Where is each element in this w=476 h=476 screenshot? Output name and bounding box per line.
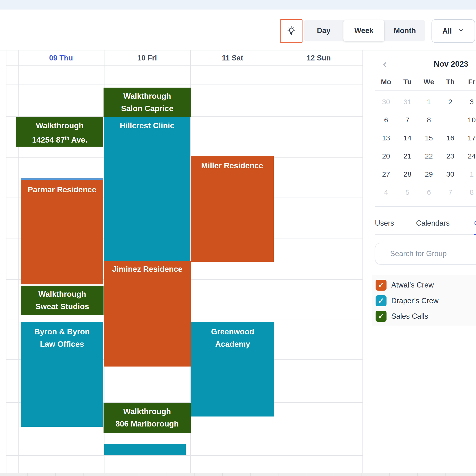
divider (0, 50, 476, 51)
event-title-line: Walkthrough (103, 90, 191, 102)
horizontal-scrollbar[interactable] (0, 473, 476, 476)
event-title-line: Miller Residence (191, 159, 274, 172)
month-view-button[interactable]: Month (384, 20, 425, 41)
minical-date[interactable]: 5 (397, 183, 418, 201)
tab-active-indicator (474, 234, 476, 235)
minical-date[interactable]: 1 (418, 93, 440, 111)
legend-item-drapers-crew[interactable]: Draper’s Crew (375, 295, 439, 306)
gridline (6, 443, 362, 443)
minical-date[interactable]: 29 (418, 165, 440, 183)
minical-date[interactable]: 2 (440, 93, 461, 111)
minical-weekday-row: Mo Tu We Th Fr (375, 77, 476, 87)
event-title-line: Walkthrough (21, 288, 103, 300)
legend-label: Draper’s Crew (391, 297, 439, 305)
minical-date[interactable]: 14 (397, 129, 418, 147)
filter-dropdown[interactable]: All (431, 19, 475, 43)
minical-date[interactable]: 13 (375, 129, 397, 147)
minical-date[interactable]: 4 (375, 183, 397, 201)
minical-dates: 30 31 1 2 3 6 7 8 9 10 13 14 15 16 17 20… (375, 93, 476, 201)
minical-date[interactable]: 16 (440, 129, 461, 147)
event-miller-residence[interactable]: Miller Residence (191, 156, 274, 262)
minical-date[interactable]: 20 (375, 147, 397, 165)
minical-weekday: Mo (375, 77, 397, 87)
day-header-sat[interactable]: 11 Sat (190, 53, 275, 63)
gridline (6, 66, 362, 66)
minical-date[interactable]: 8 (418, 111, 440, 129)
event-jiminez-residence[interactable]: Jiminez Residence (104, 261, 191, 367)
day-header-thu[interactable]: 09 Thu (18, 53, 104, 63)
tab-groups-partial[interactable]: G (474, 219, 476, 230)
legend-label: Sales Calls (391, 312, 428, 321)
minical-date[interactable]: 30 (440, 165, 461, 183)
gridline (6, 84, 362, 85)
minical-weekday: Tu (397, 77, 418, 87)
search-input[interactable] (375, 243, 476, 265)
legend-label: Atwal’s Crew (391, 281, 434, 289)
minical-weekday: Th (440, 77, 461, 87)
lightbulb-icon (286, 25, 297, 37)
event-hillcrest-clinic[interactable]: Hillcrest Clinic (104, 117, 190, 261)
tab-rule (375, 234, 476, 235)
event-title-line: Hillcrest Clinic (104, 119, 190, 132)
minical-weekday: Fr (461, 77, 476, 87)
event-unlabeled[interactable] (104, 444, 186, 455)
minical-date[interactable]: 8 (461, 183, 476, 201)
tab-calendars[interactable]: Calendars (416, 219, 450, 230)
minical-date[interactable]: 30 (375, 93, 397, 111)
minical-date[interactable]: 7 (440, 183, 461, 201)
day-header-fri[interactable]: 10 Fri (104, 53, 190, 63)
minical-date[interactable]: 15 (418, 129, 440, 147)
tab-users[interactable]: Users (375, 219, 394, 230)
minical-date[interactable]: 28 (397, 165, 418, 183)
event-title-line: Parmar Residence (21, 184, 103, 196)
event-walkthrough-salon-caprice[interactable]: Walkthrough Salon Caprice (103, 87, 191, 117)
scheduling-app: Day Week Month All 09 Thu 10 Fri 11 Sat … (0, 0, 476, 476)
minical-date[interactable]: 23 (440, 147, 461, 165)
minical-date[interactable]: 10 (461, 111, 476, 129)
minical-prev-button[interactable] (380, 60, 390, 70)
event-title-line: Walkthrough (16, 119, 103, 132)
legend-item-sales-calls[interactable]: Sales Calls (375, 311, 428, 322)
event-title-line: 14254 87th Ave. (16, 132, 103, 146)
day-header-sun[interactable]: 12 Sun (275, 53, 362, 63)
minical-weekday: We (418, 77, 440, 87)
gridline-vertical (362, 50, 363, 473)
event-title-line: Academy (191, 338, 274, 350)
minical-date[interactable]: 27 (375, 165, 397, 183)
event-walkthrough-806-marlborough[interactable]: Walkthrough 806 Marlborough (103, 403, 191, 433)
week-view-button[interactable]: Week (343, 20, 384, 41)
minical-date[interactable]: 6 (418, 183, 440, 201)
minical-date[interactable]: 21 (397, 147, 418, 165)
checkbox-checked-icon[interactable] (375, 311, 387, 322)
minical-date[interactable]: 31 (397, 93, 418, 111)
minical-date[interactable]: 6 (375, 111, 397, 129)
event-byron-byron-law-offices[interactable]: Byron & Byron Law Offices (21, 322, 103, 427)
gridline-vertical (18, 50, 18, 473)
legend-item-atwals-crew[interactable]: Atwal’s Crew (375, 279, 434, 291)
minical-date[interactable]: 3 (461, 93, 476, 111)
chevron-down-icon (458, 27, 464, 35)
view-switcher: Day Week Month (304, 20, 425, 41)
event-title-line: Greenwood (191, 325, 274, 338)
event-title-line: Jiminez Residence (104, 263, 191, 275)
minical-date[interactable]: 7 (397, 111, 418, 129)
divider (375, 90, 476, 91)
minical-date[interactable]: 17 (461, 129, 476, 147)
event-title-line: Law Offices (21, 338, 103, 350)
gridline-vertical (6, 50, 6, 473)
idea-button[interactable] (280, 19, 303, 43)
checkbox-checked-icon[interactable] (375, 280, 387, 290)
event-walkthrough-sweat-studios[interactable]: Walkthrough Sweat Studios (21, 286, 103, 315)
checkbox-checked-icon[interactable] (375, 295, 387, 306)
minical-title: Nov 2023 (416, 60, 476, 68)
event-title-line: 806 Marlborough (103, 418, 191, 430)
minical-date[interactable]: 24 (461, 147, 476, 165)
minical-date[interactable]: 1 (461, 165, 476, 183)
minical-date-selected[interactable]: 9 (440, 111, 461, 129)
event-parmar-residence[interactable]: Parmar Residence (21, 178, 103, 284)
event-walkthrough-14254-87th-ave[interactable]: Walkthrough 14254 87th Ave. (16, 117, 103, 147)
minical-date[interactable]: 22 (418, 147, 440, 165)
day-view-button[interactable]: Day (304, 20, 343, 41)
chevron-left-icon (381, 61, 389, 70)
event-greenwood-academy[interactable]: Greenwood Academy (191, 322, 274, 416)
